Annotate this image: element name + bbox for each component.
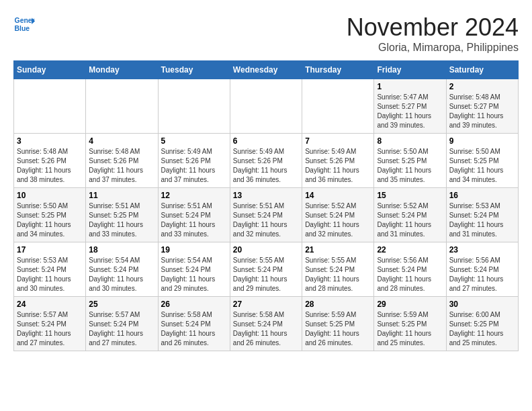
day-number: 30 — [449, 300, 515, 309]
day-number: 22 — [377, 245, 443, 255]
day-cell — [230, 79, 302, 134]
day-number: 13 — [233, 191, 299, 200]
header-row: SundayMondayTuesdayWednesdayThursdayFrid… — [14, 61, 519, 79]
day-number: 17 — [17, 245, 83, 255]
week-row-1: 1Sunrise: 5:47 AM Sunset: 5:27 PM Daylig… — [14, 79, 519, 134]
header-cell-sunday: Sunday — [14, 61, 86, 79]
day-number: 1 — [377, 82, 443, 91]
day-number: 18 — [89, 245, 154, 255]
day-number: 2 — [449, 82, 515, 91]
day-number: 6 — [233, 136, 299, 146]
header-cell-tuesday: Tuesday — [158, 61, 230, 79]
day-cell — [302, 79, 374, 134]
day-info: Sunrise: 5:48 AM Sunset: 5:26 PM Dayligh… — [17, 147, 83, 185]
day-info: Sunrise: 5:58 AM Sunset: 5:24 PM Dayligh… — [161, 310, 227, 348]
day-number: 9 — [449, 136, 515, 146]
day-number: 14 — [305, 191, 371, 200]
day-number: 19 — [161, 245, 227, 255]
month-title: November 2024 — [347, 13, 519, 42]
day-cell: 23Sunrise: 5:56 AM Sunset: 5:24 PM Dayli… — [446, 242, 518, 297]
week-row-3: 10Sunrise: 5:50 AM Sunset: 5:25 PM Dayli… — [14, 188, 519, 242]
day-number: 27 — [233, 300, 299, 309]
day-cell: 1Sunrise: 5:47 AM Sunset: 5:27 PM Daylig… — [374, 79, 446, 134]
calendar-body: 1Sunrise: 5:47 AM Sunset: 5:27 PM Daylig… — [14, 79, 519, 351]
day-cell: 29Sunrise: 5:59 AM Sunset: 5:25 PM Dayli… — [374, 297, 446, 351]
day-info: Sunrise: 5:57 AM Sunset: 5:24 PM Dayligh… — [89, 310, 154, 348]
day-info: Sunrise: 5:52 AM Sunset: 5:24 PM Dayligh… — [305, 201, 371, 239]
day-cell: 28Sunrise: 5:59 AM Sunset: 5:25 PM Dayli… — [302, 297, 374, 351]
day-info: Sunrise: 5:48 AM Sunset: 5:27 PM Dayligh… — [449, 93, 515, 130]
day-cell: 10Sunrise: 5:50 AM Sunset: 5:25 PM Dayli… — [14, 188, 86, 242]
day-info: Sunrise: 5:48 AM Sunset: 5:26 PM Dayligh… — [89, 147, 154, 185]
day-cell: 17Sunrise: 5:53 AM Sunset: 5:24 PM Dayli… — [14, 242, 86, 297]
day-number: 11 — [89, 191, 154, 200]
day-cell: 24Sunrise: 5:57 AM Sunset: 5:24 PM Dayli… — [14, 297, 86, 351]
day-cell: 22Sunrise: 5:56 AM Sunset: 5:24 PM Dayli… — [374, 242, 446, 297]
day-number: 20 — [233, 245, 299, 255]
day-number: 23 — [449, 245, 515, 255]
day-cell — [158, 79, 230, 134]
day-number: 3 — [17, 136, 83, 146]
day-info: Sunrise: 5:55 AM Sunset: 5:24 PM Dayligh… — [305, 256, 371, 293]
day-cell: 19Sunrise: 5:54 AM Sunset: 5:24 PM Dayli… — [158, 242, 230, 297]
week-row-5: 24Sunrise: 5:57 AM Sunset: 5:24 PM Dayli… — [14, 297, 519, 351]
day-info: Sunrise: 5:54 AM Sunset: 5:24 PM Dayligh… — [89, 256, 154, 293]
day-cell: 5Sunrise: 5:49 AM Sunset: 5:26 PM Daylig… — [158, 134, 230, 188]
day-cell: 21Sunrise: 5:55 AM Sunset: 5:24 PM Dayli… — [302, 242, 374, 297]
day-cell: 9Sunrise: 5:50 AM Sunset: 5:25 PM Daylig… — [446, 134, 518, 188]
day-number: 4 — [89, 136, 154, 146]
day-number: 24 — [17, 300, 83, 309]
header-cell-saturday: Saturday — [446, 61, 518, 79]
day-info: Sunrise: 5:50 AM Sunset: 5:25 PM Dayligh… — [377, 147, 443, 185]
day-info: Sunrise: 6:00 AM Sunset: 5:25 PM Dayligh… — [449, 310, 515, 348]
week-row-2: 3Sunrise: 5:48 AM Sunset: 5:26 PM Daylig… — [14, 134, 519, 188]
day-cell: 4Sunrise: 5:48 AM Sunset: 5:26 PM Daylig… — [86, 134, 158, 188]
day-info: Sunrise: 5:47 AM Sunset: 5:27 PM Dayligh… — [377, 93, 443, 130]
day-info: Sunrise: 5:51 AM Sunset: 5:24 PM Dayligh… — [233, 201, 299, 239]
day-cell — [14, 79, 86, 134]
day-info: Sunrise: 5:58 AM Sunset: 5:24 PM Dayligh… — [233, 310, 299, 348]
day-number: 25 — [89, 300, 154, 309]
day-cell: 13Sunrise: 5:51 AM Sunset: 5:24 PM Dayli… — [230, 188, 302, 242]
day-number: 21 — [305, 245, 371, 255]
header-cell-wednesday: Wednesday — [230, 61, 302, 79]
day-info: Sunrise: 5:59 AM Sunset: 5:25 PM Dayligh… — [377, 310, 443, 348]
svg-text:Blue: Blue — [15, 25, 30, 32]
day-number: 15 — [377, 191, 443, 200]
day-number: 5 — [161, 136, 227, 146]
day-info: Sunrise: 5:52 AM Sunset: 5:24 PM Dayligh… — [377, 201, 443, 239]
day-info: Sunrise: 5:50 AM Sunset: 5:25 PM Dayligh… — [449, 147, 515, 185]
day-info: Sunrise: 5:49 AM Sunset: 5:26 PM Dayligh… — [233, 147, 299, 185]
day-info: Sunrise: 5:59 AM Sunset: 5:25 PM Dayligh… — [305, 310, 371, 348]
day-info: Sunrise: 5:55 AM Sunset: 5:24 PM Dayligh… — [233, 256, 299, 293]
week-row-4: 17Sunrise: 5:53 AM Sunset: 5:24 PM Dayli… — [14, 242, 519, 297]
day-info: Sunrise: 5:54 AM Sunset: 5:24 PM Dayligh… — [161, 256, 227, 293]
day-number: 29 — [377, 300, 443, 309]
day-info: Sunrise: 5:56 AM Sunset: 5:24 PM Dayligh… — [449, 256, 515, 293]
day-cell: 2Sunrise: 5:48 AM Sunset: 5:27 PM Daylig… — [446, 79, 518, 134]
day-cell: 11Sunrise: 5:51 AM Sunset: 5:25 PM Dayli… — [86, 188, 158, 242]
header-cell-friday: Friday — [374, 61, 446, 79]
day-cell — [86, 79, 158, 134]
day-cell: 30Sunrise: 6:00 AM Sunset: 5:25 PM Dayli… — [446, 297, 518, 351]
header-cell-thursday: Thursday — [302, 61, 374, 79]
day-cell: 26Sunrise: 5:58 AM Sunset: 5:24 PM Dayli… — [158, 297, 230, 351]
day-cell: 7Sunrise: 5:49 AM Sunset: 5:26 PM Daylig… — [302, 134, 374, 188]
day-info: Sunrise: 5:50 AM Sunset: 5:25 PM Dayligh… — [17, 201, 83, 239]
day-number: 8 — [377, 136, 443, 146]
day-cell: 3Sunrise: 5:48 AM Sunset: 5:26 PM Daylig… — [14, 134, 86, 188]
header-cell-monday: Monday — [86, 61, 158, 79]
day-info: Sunrise: 5:51 AM Sunset: 5:25 PM Dayligh… — [89, 201, 154, 239]
day-cell: 16Sunrise: 5:53 AM Sunset: 5:24 PM Dayli… — [446, 188, 518, 242]
day-number: 26 — [161, 300, 227, 309]
day-cell: 20Sunrise: 5:55 AM Sunset: 5:24 PM Dayli… — [230, 242, 302, 297]
day-number: 28 — [305, 300, 371, 309]
day-number: 10 — [17, 191, 83, 200]
day-cell: 15Sunrise: 5:52 AM Sunset: 5:24 PM Dayli… — [374, 188, 446, 242]
day-cell: 18Sunrise: 5:54 AM Sunset: 5:24 PM Dayli… — [86, 242, 158, 297]
day-info: Sunrise: 5:53 AM Sunset: 5:24 PM Dayligh… — [449, 201, 515, 239]
day-cell: 27Sunrise: 5:58 AM Sunset: 5:24 PM Dayli… — [230, 297, 302, 351]
day-info: Sunrise: 5:51 AM Sunset: 5:24 PM Dayligh… — [161, 201, 227, 239]
day-info: Sunrise: 5:56 AM Sunset: 5:24 PM Dayligh… — [377, 256, 443, 293]
calendar-header: SundayMondayTuesdayWednesdayThursdayFrid… — [14, 61, 519, 79]
